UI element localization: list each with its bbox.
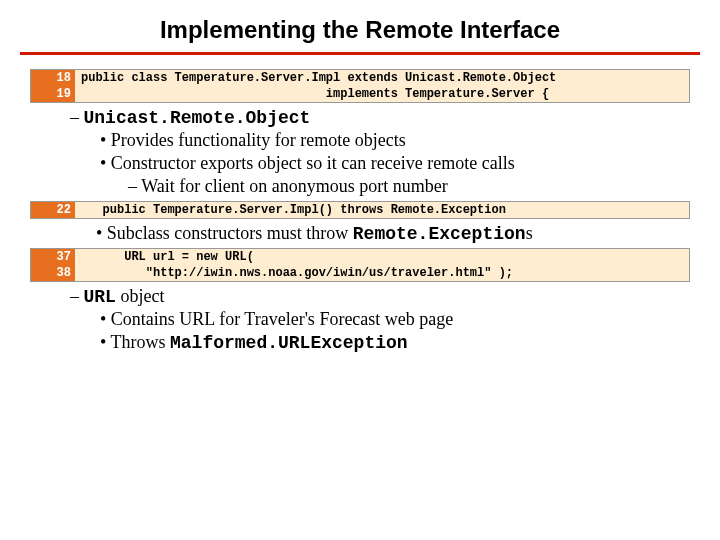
- code-line: 18 public class Temperature.Server.Impl …: [31, 70, 689, 86]
- bullet-item: Contains URL for Traveler's Forecast web…: [100, 309, 700, 330]
- code-line: 38 "http://iwin.nws.noaa.gov/iwin/us/tra…: [31, 265, 689, 281]
- code-block-1: 18 public class Temperature.Server.Impl …: [30, 69, 690, 103]
- slide: Implementing the Remote Interface 18 pub…: [0, 0, 720, 353]
- bullet-heading: URL object: [70, 286, 700, 307]
- bullet-group-2: Subclass constructors must throw Remote.…: [70, 223, 700, 244]
- code-line: 22 public Temperature.Server.Impl() thro…: [31, 202, 689, 218]
- line-number: 18: [31, 70, 75, 86]
- code-block-2: 22 public Temperature.Server.Impl() thro…: [30, 201, 690, 219]
- line-number: 38: [31, 265, 75, 281]
- code-line: 37 URL url = new URL(: [31, 249, 689, 265]
- bullet-group-3: URL object Contains URL for Traveler's F…: [70, 286, 700, 353]
- bullet-item: Throws Malformed.URLException: [100, 332, 700, 353]
- code-block-3: 37 URL url = new URL( 38 "http://iwin.nw…: [30, 248, 690, 282]
- code-text: public Temperature.Server.Impl() throws …: [75, 202, 506, 218]
- line-number: 19: [31, 86, 75, 102]
- code-text: URL url = new URL(: [75, 249, 254, 265]
- bullet-item: Subclass constructors must throw Remote.…: [96, 223, 700, 244]
- code-text: public class Temperature.Server.Impl ext…: [75, 70, 556, 86]
- line-number: 37: [31, 249, 75, 265]
- bullet-group-1: Unicast.Remote.Object Provides functiona…: [70, 107, 700, 197]
- bullet-heading: Unicast.Remote.Object: [70, 107, 700, 128]
- code-line: 19 implements Temperature.Server {: [31, 86, 689, 102]
- code-text: implements Temperature.Server {: [75, 86, 549, 102]
- line-number: 22: [31, 202, 75, 218]
- bullet-sub-item: Wait for client on anonymous port number: [128, 176, 700, 197]
- page-title: Implementing the Remote Interface: [20, 16, 700, 55]
- bullet-item: Provides functionality for remote object…: [100, 130, 700, 151]
- code-text: "http://iwin.nws.noaa.gov/iwin/us/travel…: [75, 265, 513, 281]
- bullet-item: Constructor exports object so it can rec…: [100, 153, 700, 174]
